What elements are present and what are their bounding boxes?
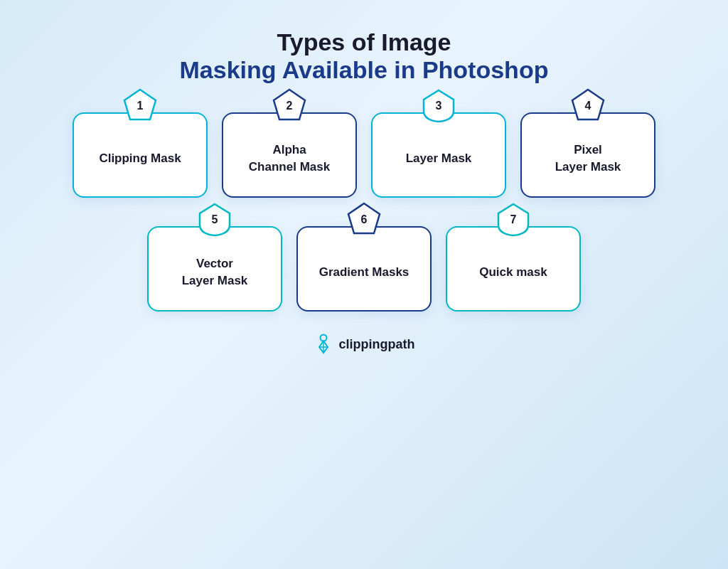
card-vector-layer-mask: VectorLayer Mask xyxy=(147,226,282,312)
card-label-1: Clipping Mask xyxy=(99,150,181,167)
svg-text:7: 7 xyxy=(510,213,517,225)
title-line1: Types of Image xyxy=(180,28,549,56)
badge-3: 3 xyxy=(422,88,456,125)
row-2: 5 VectorLayer Mask 6 Gradient Masks xyxy=(147,219,581,312)
card-pixel-layer-mask: PixelLayer Mask xyxy=(520,112,655,198)
svg-text:4: 4 xyxy=(585,100,592,112)
card-label-7: Quick mask xyxy=(479,264,547,281)
svg-text:5: 5 xyxy=(212,213,218,225)
footer-logo-text: clippingpath xyxy=(339,337,415,352)
card-wrapper-6: 6 Gradient Masks xyxy=(296,219,432,312)
badge-6: 6 xyxy=(347,202,381,239)
card-label-6: Gradient Masks xyxy=(319,264,410,281)
card-wrapper-3: 3 Layer Mask xyxy=(371,105,506,198)
card-wrapper-7: 7 Quick mask xyxy=(446,219,581,312)
card-label-5: VectorLayer Mask xyxy=(182,255,248,289)
card-alpha-channel-mask: AlphaChannel Mask xyxy=(222,112,357,198)
svg-text:1: 1 xyxy=(137,100,144,112)
footer-brand-name: clippingpath xyxy=(339,337,415,351)
row-1: 1 Clipping Mask 2 AlphaChannel Mask xyxy=(73,105,655,198)
card-gradient-masks: Gradient Masks xyxy=(296,226,432,312)
logo-icon xyxy=(314,333,333,356)
card-wrapper-4: 4 PixelLayer Mask xyxy=(520,105,655,198)
card-label-3: Layer Mask xyxy=(406,150,472,167)
cards-container: 1 Clipping Mask 2 AlphaChannel Mask xyxy=(0,105,728,312)
svg-text:3: 3 xyxy=(436,100,442,112)
svg-text:6: 6 xyxy=(361,213,368,225)
title-line2: Masking Available in Photoshop xyxy=(180,56,549,84)
card-wrapper-2: 2 AlphaChannel Mask xyxy=(222,105,357,198)
card-label-2: AlphaChannel Mask xyxy=(249,142,330,176)
badge-5: 5 xyxy=(198,202,232,239)
badge-4: 4 xyxy=(571,88,605,125)
card-clipping-mask: Clipping Mask xyxy=(73,112,208,198)
card-wrapper-1: 1 Clipping Mask xyxy=(73,105,208,198)
card-label-4: PixelLayer Mask xyxy=(555,142,621,176)
badge-7: 7 xyxy=(496,202,530,239)
badge-1: 1 xyxy=(123,88,157,125)
card-quick-mask: Quick mask xyxy=(446,226,581,312)
card-wrapper-5: 5 VectorLayer Mask xyxy=(147,219,282,312)
badge-2: 2 xyxy=(272,88,306,125)
card-layer-mask: Layer Mask xyxy=(371,112,506,198)
title-section: Types of Image Masking Available in Phot… xyxy=(180,28,549,84)
footer: clippingpath xyxy=(314,333,415,356)
svg-text:2: 2 xyxy=(287,100,293,112)
